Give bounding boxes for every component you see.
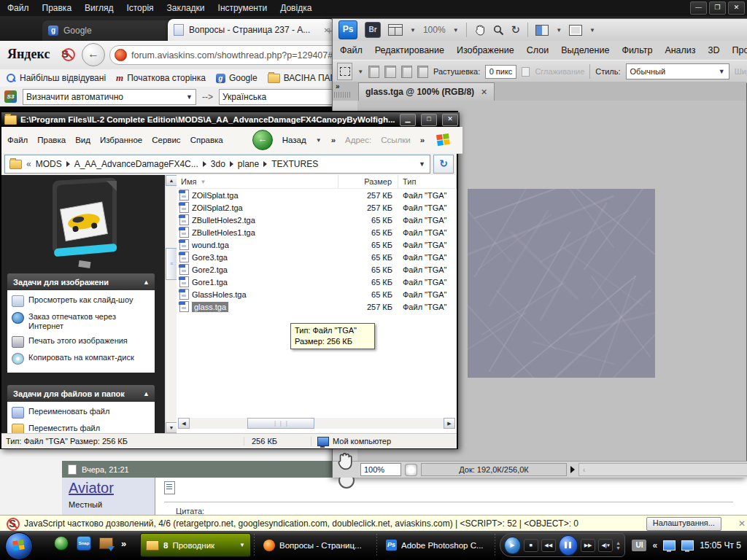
- zoom-tool-icon[interactable]: [493, 25, 504, 36]
- file-row[interactable]: ZBulletHoles1.tga65 КБФайл "TGA": [177, 226, 457, 238]
- tray-expand-icon[interactable]: «: [652, 540, 657, 551]
- arrange-documents-icon[interactable]: [535, 25, 549, 36]
- quicklaunch-overflow-icon[interactable]: »: [121, 538, 126, 549]
- translate-from-select[interactable]: Визначити автоматично ▼: [23, 89, 196, 105]
- previous-button[interactable]: ◀◀: [541, 539, 556, 552]
- collapse-chevron-icon[interactable]: ▲: [143, 279, 149, 286]
- language-indicator[interactable]: UI: [632, 540, 646, 551]
- bookmark-most-visited[interactable]: Найбільш відвідувані: [6, 73, 106, 83]
- task-slideshow[interactable]: Просмотреть как слайд-шоу: [12, 295, 150, 307]
- ex-menu-view[interactable]: Вид: [75, 136, 90, 144]
- image-tasks-header[interactable]: Задачи для изображени ▲: [7, 273, 155, 290]
- crumb-textures[interactable]: TEXTURES: [271, 159, 318, 169]
- stop-button[interactable]: ■: [524, 539, 538, 552]
- crumb-3do[interactable]: 3do: [211, 159, 225, 169]
- ps-menu-3d[interactable]: 3D: [708, 45, 720, 55]
- username-link[interactable]: Aviator: [69, 480, 114, 497]
- pause-button[interactable]: [559, 535, 578, 556]
- bridge-launch-icon[interactable]: Br: [365, 22, 381, 38]
- breadcrumb[interactable]: « MODS A_AA_AdvanceDamageFX4C... 3do pla…: [4, 155, 430, 174]
- clock[interactable]: 15:05 Чт 5: [700, 540, 744, 551]
- marquee-tool-icon[interactable]: [337, 63, 352, 80]
- hand-tool-icon[interactable]: [336, 451, 355, 470]
- back-button[interactable]: ←: [82, 43, 105, 66]
- explorer-titlebar[interactable]: E:\Program Files\IL-2 Complete Edition\M…: [1, 112, 460, 127]
- refresh-button[interactable]: ↻: [433, 155, 454, 174]
- selection-subtract-icon[interactable]: [401, 66, 412, 78]
- network-icon[interactable]: [663, 540, 676, 551]
- next-button[interactable]: ▶▶: [581, 539, 595, 552]
- file-row[interactable]: Gore3.tga65 КБФайл "TGA": [177, 251, 457, 263]
- task-copy-to-cd[interactable]: Копировать на компакт-диск: [12, 353, 150, 365]
- ff-menu-history[interactable]: Історія: [126, 3, 153, 13]
- scroll-left-icon[interactable]: ◀: [178, 418, 190, 429]
- scroll-down-icon[interactable]: ▼: [166, 422, 177, 433]
- ff-menu-bookmarks[interactable]: Закладки: [167, 3, 205, 13]
- ff-menu-help[interactable]: Довідка: [280, 3, 311, 13]
- ps-menu-analysis[interactable]: Анализ: [665, 45, 695, 55]
- tab-google[interactable]: g Google ✕: [42, 20, 184, 41]
- document-tab[interactable]: glass.tga @ 100% (RGB/8) ✕: [358, 82, 495, 101]
- ps-menu-file[interactable]: Файл: [340, 45, 363, 55]
- collapse-chevron-icon[interactable]: ▲: [143, 390, 149, 397]
- task-rename-file[interactable]: Переименовать файл: [12, 407, 150, 419]
- task-print-image[interactable]: Печать этого изображения: [12, 336, 150, 348]
- screen-mode-icon[interactable]: [569, 25, 582, 36]
- selection-add-icon[interactable]: [384, 66, 395, 78]
- noscript-toolbar-icon[interactable]: S: [61, 47, 69, 60]
- crumb-prefix-icon[interactable]: «: [26, 159, 31, 169]
- minimize-button[interactable]: —: [690, 1, 707, 15]
- ps-menu-layers[interactable]: Слои: [527, 45, 549, 55]
- toolbar-resize-arrows-icon[interactable]: ▲▼: [616, 540, 621, 551]
- task-move-file[interactable]: Переместить файл: [12, 424, 150, 433]
- toolbar-overflow-icon[interactable]: »: [420, 136, 425, 144]
- display-icon[interactable]: [681, 540, 694, 551]
- ex-menu-service[interactable]: Сервис: [152, 136, 180, 144]
- selection-new-icon[interactable]: [368, 66, 379, 78]
- back-button[interactable]: ←: [252, 130, 273, 150]
- rotate-view-icon[interactable]: ↻: [511, 23, 521, 36]
- column-size[interactable]: Размер: [338, 175, 398, 188]
- file-row[interactable]: ZOilSplat.tga257 КБФайл "TGA": [177, 189, 457, 201]
- file-row[interactable]: wound.tga65 КБФайл "TGA": [177, 238, 457, 251]
- close-button[interactable]: ✕: [442, 114, 458, 126]
- wmp-icon[interactable]: ▶: [504, 537, 521, 554]
- scroll-right-icon[interactable]: ▶: [444, 418, 455, 429]
- ex-menu-file[interactable]: Файл: [7, 136, 28, 144]
- back-label[interactable]: Назад: [282, 136, 306, 144]
- file-row[interactable]: ZOilSplat2.tga257 КБФайл "TGA": [177, 201, 457, 214]
- ps-menu-select[interactable]: Выделение: [561, 45, 609, 55]
- browser-quicklaunch-icon[interactable]: [54, 536, 69, 551]
- links-label[interactable]: Ссылки: [381, 136, 411, 144]
- download-quicklaunch-icon[interactable]: [99, 537, 113, 549]
- file-row[interactable]: Gore1.tga65 КБФайл "TGA": [177, 276, 457, 288]
- hand-tool-icon[interactable]: [474, 24, 486, 36]
- toolbar-overflow-icon[interactable]: »: [331, 136, 336, 144]
- toolbox-collapse-button[interactable]: »: [333, 82, 357, 101]
- feather-input[interactable]: 0 пикс: [485, 65, 516, 79]
- minimize-button[interactable]: ▁: [400, 114, 416, 126]
- canvas-hscrollbar[interactable]: ‹: [578, 463, 747, 476]
- ex-menu-favorites[interactable]: Избранное: [100, 136, 142, 144]
- ps-menu-filter[interactable]: Фильтр: [622, 45, 652, 55]
- task-explorer-group[interactable]: 8 Проводник ▼: [140, 533, 251, 557]
- maximize-button[interactable]: □: [421, 114, 437, 126]
- document-close-icon[interactable]: ✕: [481, 88, 487, 97]
- ff-menu-edit[interactable]: Правка: [42, 3, 72, 13]
- file-row[interactable]: ZBulletHoles2.tga65 КБФайл "TGA": [177, 214, 457, 226]
- task-photoshop[interactable]: Ps Adobe Photoshop C...: [381, 533, 500, 557]
- scroll-thumb[interactable]: ≡: [166, 248, 177, 280]
- file-row[interactable]: Gore2.tga65 КБФайл "TGA": [177, 263, 457, 276]
- start-button[interactable]: [5, 532, 33, 560]
- column-type[interactable]: Тип: [398, 175, 457, 188]
- noscript-settings-button[interactable]: Налаштування...: [646, 517, 721, 531]
- style-select[interactable]: Обычный ▼: [626, 63, 729, 79]
- bookmark-home[interactable]: m Початкова сторінка: [116, 72, 206, 84]
- ff-menu-view[interactable]: Вигляд: [85, 3, 113, 13]
- ff-menu-tools[interactable]: Інструменти: [218, 3, 268, 13]
- chevron-down-icon[interactable]: ▼: [419, 160, 425, 168]
- antialias-checkbox[interactable]: [522, 67, 530, 77]
- snap-quicklaunch-icon[interactable]: Snap: [77, 536, 91, 551]
- crumb-mods[interactable]: MODS: [36, 159, 62, 169]
- restore-button[interactable]: ❐: [709, 1, 726, 15]
